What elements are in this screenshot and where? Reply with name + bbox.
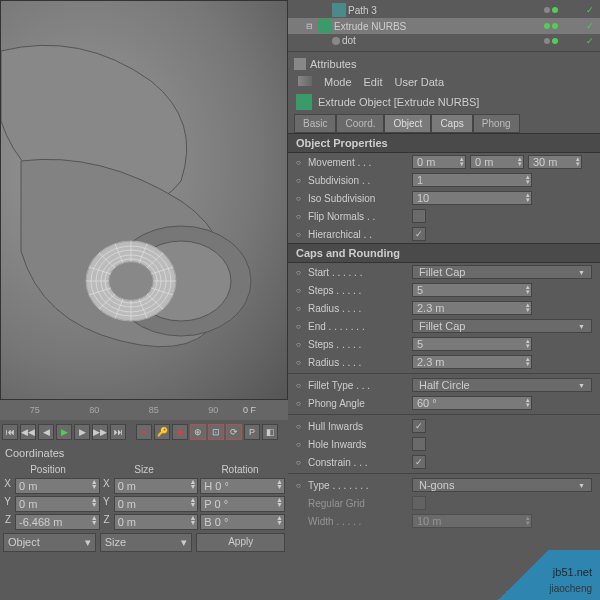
coordinates-panel: Coordinates Position Size Rotation X 0 m… <box>0 444 288 554</box>
size-x-field[interactable]: 0 m▲▼ <box>114 478 199 494</box>
subdivision-field[interactable]: 1▴▾ <box>412 173 532 187</box>
position-header: Position <box>0 464 96 475</box>
next-key-button[interactable]: ▶▶ <box>92 424 108 440</box>
position-z-field[interactable]: -6.468 m▲▼ <box>15 514 100 530</box>
object-properties-header: Object Properties <box>288 133 600 153</box>
tree-item-dot[interactable]: dot ✓ <box>288 34 600 47</box>
spline-icon <box>332 3 346 17</box>
menu-edit[interactable]: Edit <box>364 76 383 88</box>
start-steps-field[interactable]: 5▴▾ <box>412 283 532 297</box>
phong-angle-field[interactable]: 60 °▴▾ <box>412 396 532 410</box>
regular-grid-checkbox <box>412 496 426 510</box>
tab-coord[interactable]: Coord. <box>336 114 384 133</box>
axis-label: Y <box>3 496 13 512</box>
key-pos-button[interactable]: ⊕ <box>190 424 206 440</box>
regular-grid-label: Regular Grid <box>308 498 408 509</box>
axis-label: Z <box>102 514 112 530</box>
autokey-button[interactable]: 🔑 <box>154 424 170 440</box>
hierarchical-checkbox[interactable]: ✓ <box>412 227 426 241</box>
timeline-tick: 90 <box>184 405 244 415</box>
coord-mode-select[interactable]: Object▾ <box>3 533 96 552</box>
record-button[interactable]: ● <box>136 424 152 440</box>
axis-label: Y <box>102 496 112 512</box>
constrain-checkbox[interactable]: ✓ <box>412 455 426 469</box>
end-cap-select[interactable]: Fillet Cap▼ <box>412 319 592 333</box>
mode-icon[interactable] <box>298 76 312 86</box>
position-x-field[interactable]: 0 m▲▼ <box>15 478 100 494</box>
tab-object[interactable]: Object <box>384 114 431 133</box>
null-icon <box>332 37 340 45</box>
viewport-3d[interactable] <box>0 0 288 400</box>
timeline-tick: 75 <box>5 405 65 415</box>
radius-label: Radius . . . . <box>308 357 408 368</box>
next-frame-button[interactable]: ▶ <box>74 424 90 440</box>
flip-normals-checkbox[interactable] <box>412 209 426 223</box>
object-manager-tree: Path 3 ✓ ⊟ Extrude NURBS ✓ dot ✓ <box>288 0 600 49</box>
end-steps-field[interactable]: 5▴▾ <box>412 337 532 351</box>
steps-label: Steps . . . . . <box>308 285 408 296</box>
apply-button[interactable]: Apply <box>196 533 285 552</box>
start-radius-field[interactable]: 2.3 m▴▾ <box>412 301 532 315</box>
tab-phong[interactable]: Phong <box>473 114 520 133</box>
axis-label: X <box>102 478 112 494</box>
position-y-field[interactable]: 0 m▲▼ <box>15 496 100 512</box>
rotation-header: Rotation <box>192 464 288 475</box>
axis-label: X <box>3 478 13 494</box>
flip-normals-label: Flip Normals . . <box>308 211 408 222</box>
hull-inwards-label: Hull Inwards <box>308 421 408 432</box>
panel-icon <box>294 58 306 70</box>
start-cap-select[interactable]: Fillet Cap▼ <box>412 265 592 279</box>
tree-item-extrude-nurbs[interactable]: ⊟ Extrude NURBS ✓ <box>288 18 600 34</box>
timeline-tick: 85 <box>124 405 184 415</box>
attributes-header: Attributes <box>288 54 600 74</box>
menu-userdata[interactable]: User Data <box>395 76 445 88</box>
rotation-p-field[interactable]: P 0 °▲▼ <box>200 496 285 512</box>
key-rot-button[interactable]: ⟳ <box>226 424 242 440</box>
size-z-field[interactable]: 0 m▲▼ <box>114 514 199 530</box>
extrude-nurbs-icon <box>318 19 332 33</box>
key-pla-button[interactable]: ◧ <box>262 424 278 440</box>
movement-x-field[interactable]: 0 m▴▾ <box>412 155 466 169</box>
object-title-bar: Extrude Object [Extrude NURBS] <box>288 90 600 114</box>
coordinates-title: Coordinates <box>0 444 288 462</box>
width-field: 10 m▴▾ <box>412 514 532 528</box>
movement-z-field[interactable]: 30 m▴▾ <box>528 155 582 169</box>
hierarchical-label: Hierarchical . . <box>308 229 408 240</box>
key-scale-button[interactable]: ⊡ <box>208 424 224 440</box>
current-frame[interactable]: 0 F <box>243 405 283 415</box>
caps-rounding-header: Caps and Rounding <box>288 243 600 263</box>
timeline-ruler[interactable]: 75 80 85 90 0 F <box>0 400 288 420</box>
fillet-type-label: Fillet Type . . . <box>308 380 408 391</box>
goto-start-button[interactable]: ⏮ <box>2 424 18 440</box>
prev-key-button[interactable]: ◀◀ <box>20 424 36 440</box>
play-button[interactable]: ▶ <box>56 424 72 440</box>
tab-basic[interactable]: Basic <box>294 114 336 133</box>
tab-caps[interactable]: Caps <box>431 114 472 133</box>
goto-end-button[interactable]: ⏭ <box>110 424 126 440</box>
type-label: Type . . . . . . . <box>308 480 408 491</box>
movement-y-field[interactable]: 0 m▴▾ <box>470 155 524 169</box>
size-y-field[interactable]: 0 m▲▼ <box>114 496 199 512</box>
hull-inwards-checkbox[interactable]: ✓ <box>412 419 426 433</box>
phong-angle-label: Phong Angle <box>308 398 408 409</box>
size-mode-select[interactable]: Size▾ <box>100 533 193 552</box>
key-button[interactable]: ◆ <box>172 424 188 440</box>
fillet-type-select[interactable]: Half Circle▼ <box>412 378 592 392</box>
prev-frame-button[interactable]: ◀ <box>38 424 54 440</box>
attribute-tabs: Basic Coord. Object Caps Phong <box>288 114 600 133</box>
attributes-menu: Mode Edit User Data <box>288 74 600 90</box>
type-select[interactable]: N-gons▼ <box>412 478 592 492</box>
radius-label: Radius . . . . <box>308 303 408 314</box>
rotation-b-field[interactable]: B 0 °▲▼ <box>200 514 285 530</box>
rotation-h-field[interactable]: H 0 °▲▼ <box>200 478 285 494</box>
iso-subdivision-field[interactable]: 10▴▾ <box>412 191 532 205</box>
end-radius-field[interactable]: 2.3 m▴▾ <box>412 355 532 369</box>
menu-mode[interactable]: Mode <box>324 76 352 88</box>
tree-item-path[interactable]: Path 3 ✓ <box>288 2 600 18</box>
key-param-button[interactable]: P <box>244 424 260 440</box>
collapse-icon[interactable]: ⊟ <box>306 22 316 31</box>
hole-inwards-checkbox[interactable] <box>412 437 426 451</box>
start-label: Start . . . . . . <box>308 267 408 278</box>
extrude-nurbs-icon <box>296 94 312 110</box>
movement-label: Movement . . . <box>308 157 408 168</box>
